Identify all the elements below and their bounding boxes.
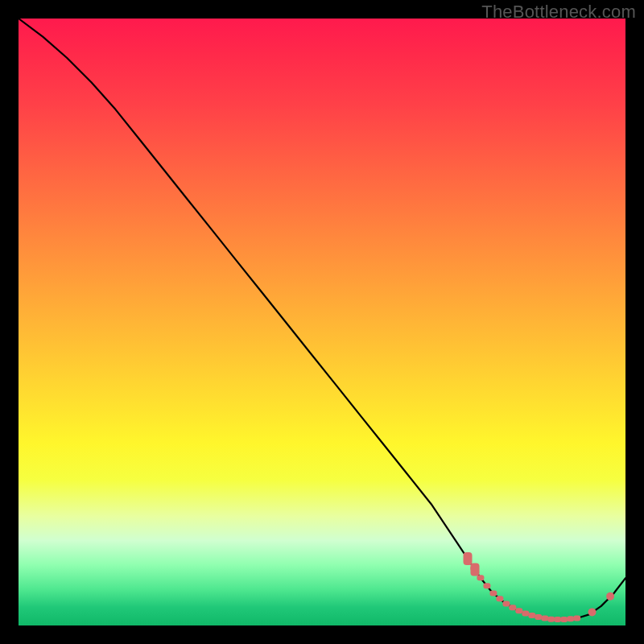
marker-dot — [606, 592, 614, 601]
marker-dot — [588, 608, 597, 616]
bottleneck-curve — [19, 19, 625, 620]
watermark-text: TheBottleneck.com — [481, 2, 636, 23]
marker-dash — [573, 616, 580, 621]
chart-stage: TheBottleneck.com — [0, 0, 644, 644]
marker-dash — [554, 617, 561, 622]
marker-dash — [547, 617, 555, 622]
marker-dash — [483, 583, 490, 588]
marker-dash — [502, 601, 510, 606]
marker-dash — [496, 596, 503, 601]
marker-dash — [477, 575, 484, 580]
curve-svg — [19, 19, 625, 625]
marker-dash — [528, 613, 535, 618]
marker-dash — [535, 614, 542, 620]
marker-dash — [522, 611, 529, 617]
marker-dash — [515, 608, 522, 613]
marker-dash — [489, 591, 497, 597]
marker-cap — [471, 564, 480, 576]
plot-area — [19, 19, 625, 625]
marker-group — [464, 552, 615, 622]
marker-dash — [560, 617, 568, 622]
marker-dash — [509, 605, 516, 610]
marker-cap — [464, 552, 473, 565]
marker-dash — [541, 616, 548, 621]
marker-dash — [567, 616, 574, 621]
